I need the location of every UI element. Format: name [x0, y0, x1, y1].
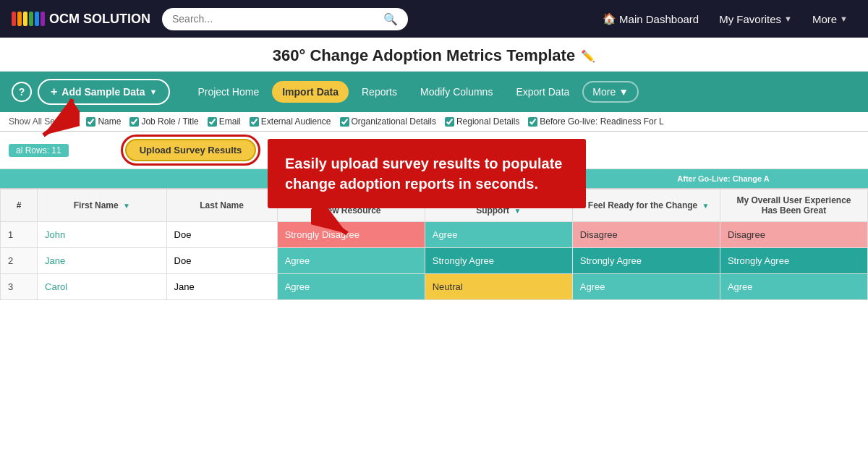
cell-col2: Strongly Agree — [425, 248, 572, 274]
tab-export-data[interactable]: Export Data — [506, 81, 579, 103]
cell-num: 1 — [1, 222, 38, 248]
col-filter-email: Email — [208, 116, 241, 127]
column-filter-row: Show All Sections Name Job Role / Title … — [0, 112, 868, 132]
tab-reports[interactable]: Reports — [352, 81, 407, 103]
nav-tabs: Project Home Import Data Reports Modify … — [187, 81, 639, 103]
col-checkbox-regional[interactable] — [445, 117, 454, 127]
sort-col3-icon[interactable]: ▼ — [702, 202, 710, 210]
col-checkbox-org[interactable] — [340, 117, 349, 127]
col-header-col4: My Overall User Experience Has Been Grea… — [720, 189, 867, 222]
main-dashboard-label: Main Dashboard — [619, 13, 699, 25]
rows-info-container: al Rows: 11 Upload Survey Results Easily… — [0, 132, 868, 169]
cell-col4: Disagree — [720, 222, 867, 248]
cell-col3: Strongly Agree — [572, 248, 720, 274]
upload-button-border: Upload Survey Results — [121, 135, 261, 166]
brand-name: OCM SOLUTION — [49, 12, 150, 27]
search-button[interactable]: 🔍 — [383, 12, 398, 26]
favorites-dropdown-icon: ▼ — [784, 14, 792, 23]
cell-col4: Agree — [720, 274, 867, 300]
cell-last-name: Doe — [166, 222, 277, 248]
cell-col2: Neutral — [425, 274, 572, 300]
col-filter-before-golive: Before Go-live: Readiness For L — [528, 116, 663, 127]
cell-last-name: Jane — [166, 274, 277, 300]
table-row: 3 Carol Jane Agree Neutral Agree Agree — [1, 274, 868, 300]
col-filter-external: External Audience — [250, 116, 331, 127]
col-filter-jobrole: Job Role / Title — [129, 116, 198, 127]
col-filter-regional: Regional Details — [445, 116, 519, 127]
callout-text: Easily upload survey results to populate… — [285, 155, 562, 192]
help-button[interactable]: ? — [12, 82, 32, 102]
search-input[interactable] — [172, 13, 378, 25]
top-navigation: OCM SOLUTION 🔍 🏠 Main Dashboard My Favor… — [0, 0, 868, 38]
more-dropdown-icon: ▼ — [840, 14, 848, 23]
nav-right: 🏠 Main Dashboard My Favorites ▼ More ▼ — [594, 7, 856, 31]
col-checkbox-name[interactable] — [86, 117, 95, 127]
tab-project-home[interactable]: Project Home — [187, 81, 269, 103]
cell-col4: Strongly Agree — [720, 248, 867, 274]
cell-first-name: Jane — [38, 248, 167, 274]
more-link[interactable]: More ▼ — [804, 7, 856, 31]
cell-num: 3 — [1, 274, 38, 300]
main-dashboard-link[interactable]: 🏠 Main Dashboard — [594, 7, 707, 31]
favorites-link[interactable]: My Favorites ▼ — [710, 7, 801, 31]
favorites-label: My Favorites — [719, 13, 781, 25]
tab-modify-columns[interactable]: Modify Columns — [410, 81, 503, 103]
col-checkbox-external[interactable] — [250, 117, 259, 127]
col-checkbox-before-golive[interactable] — [528, 117, 537, 127]
upload-survey-button[interactable]: Upload Survey Results — [125, 139, 257, 161]
search-box: 🔍 — [162, 8, 408, 30]
table-row: 2 Jane Doe Agree Strongly Agree Strongly… — [1, 248, 868, 274]
more-label: More — [812, 13, 837, 25]
toolbar: ? + Add Sample Data ▼ Project Home Impor… — [0, 72, 868, 112]
cell-col1: Agree — [277, 274, 425, 300]
add-sample-dropdown-icon: ▼ — [149, 88, 157, 96]
callout-box: Easily upload survey results to populate… — [268, 139, 586, 208]
plus-icon: + — [51, 85, 57, 98]
cell-col1: Agree — [277, 248, 425, 274]
cell-last-name: Doe — [166, 248, 277, 274]
sort-first-name-icon[interactable]: ▼ — [123, 202, 130, 210]
col-filter-org: Organizational Details — [340, 116, 436, 127]
cell-col3: Agree — [572, 274, 720, 300]
col-checkbox-jobrole[interactable] — [129, 117, 139, 127]
section-after-golive: After Go-Live: Change A — [579, 172, 868, 185]
tab-more[interactable]: More ▼ — [582, 81, 639, 103]
cell-col3: Disagree — [572, 222, 720, 248]
table-row: 1 John Doe Strongly Disagree Agree Disag… — [1, 222, 868, 248]
add-sample-button[interactable]: + Add Sample Data ▼ — [38, 79, 170, 105]
cell-first-name: John — [38, 222, 167, 248]
logo-icon — [12, 12, 45, 26]
tab-import-data[interactable]: Import Data — [272, 81, 349, 103]
col-checkbox-email[interactable] — [208, 117, 217, 127]
more-tab-label: More — [592, 86, 616, 98]
logo: OCM SOLUTION — [12, 12, 150, 27]
col-header-col3: I Feel Ready for the Change ▼ — [572, 189, 720, 222]
add-sample-label: Add Sample Data — [61, 86, 145, 98]
cell-col2: Agree — [425, 222, 572, 248]
page-title: 360° Change Adoption Metrics Template — [273, 46, 575, 65]
edit-title-icon[interactable]: ✏️ — [581, 49, 595, 63]
table-body: 1 John Doe Strongly Disagree Agree Disag… — [1, 222, 868, 300]
rows-count: al Rows: 11 — [9, 144, 69, 157]
more-tab-arrow-icon: ▼ — [618, 86, 629, 98]
col-header-first-name: First Name ▼ — [38, 189, 167, 222]
col-header-num: # — [1, 189, 38, 222]
callout-arrow-icon — [311, 201, 354, 237]
col-header-last-name: Last Name — [166, 189, 277, 222]
cell-first-name: Carol — [38, 274, 167, 300]
page-title-bar: 360° Change Adoption Metrics Template ✏️ — [0, 38, 868, 72]
show-all-sections: Show All Sections — [9, 116, 77, 127]
col-filter-name: Name — [86, 116, 121, 127]
cell-num: 2 — [1, 248, 38, 274]
home-icon: 🏠 — [603, 12, 616, 25]
